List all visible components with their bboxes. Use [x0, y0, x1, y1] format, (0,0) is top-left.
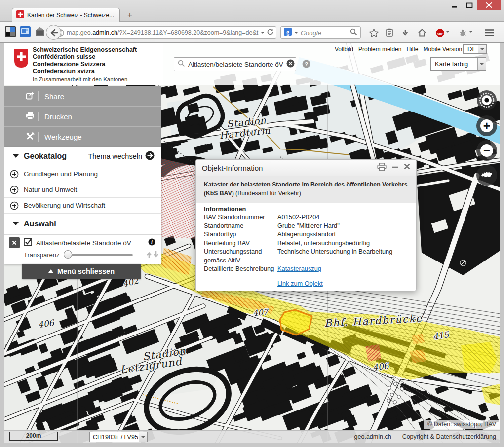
zoom-in-button[interactable]: + — [476, 115, 497, 136]
toolbar-separator — [477, 26, 477, 39]
remove-layer-button[interactable] — [9, 237, 20, 248]
pinned-tab-2[interactable] — [20, 26, 32, 38]
extension-icon[interactable] — [456, 26, 469, 39]
map-attribution[interactable]: © Daten: swisstopo, BAV — [424, 420, 500, 429]
link-problem-melden[interactable]: Problem melden — [358, 46, 401, 53]
new-tab-button[interactable]: + — [123, 10, 136, 21]
collapse-triangle-icon — [13, 154, 19, 161]
search-go-icon[interactable] — [350, 28, 357, 37]
info-row: Standorttyp Ablagerungsstandort — [204, 230, 408, 239]
dialog-subtitle-normal: (Bundesamt für Verkehr) — [235, 190, 301, 197]
layer-search-input[interactable]: Altlasten/belastete Standorte öV — [174, 57, 296, 71]
object-information-dialog: Objekt-Information Kataster der belastet… — [195, 159, 417, 291]
dialog-close-button[interactable] — [404, 163, 410, 173]
plus-circle-icon — [10, 201, 19, 210]
header-links: Vollbild Problem melden Hilfe Mobile Ver… — [335, 46, 462, 53]
home-icon[interactable] — [416, 26, 428, 39]
bookmarks-panel-icon[interactable] — [383, 26, 396, 39]
window-close-button[interactable] — [477, 0, 501, 10]
map-style-value: Karte farbig — [431, 60, 477, 68]
back-button[interactable] — [46, 25, 61, 40]
help-button[interactable]: ? — [302, 60, 310, 70]
sidebar-menu: Share Drucken Werkzeuge — [4, 86, 161, 147]
dialog-header[interactable]: Objekt-Information — [196, 160, 416, 176]
catalog-item-natur[interactable]: Natur und Umwelt — [4, 182, 161, 198]
extension-dropdown-icon[interactable] — [469, 33, 473, 41]
print-label: Drucken — [44, 112, 72, 121]
window-minimize-button[interactable] — [447, 0, 462, 10]
catalog-item-label: Bevölkerung und Wirtschaft — [24, 202, 105, 209]
pinned-tab-1[interactable] — [5, 26, 17, 38]
link-mobile-version[interactable]: Mobile Version — [423, 46, 462, 53]
dialog-section-title: Informationen — [204, 205, 408, 213]
projection-select[interactable]: CH1903+ / LV95 — [89, 432, 148, 442]
map-label: 407 — [252, 307, 269, 318]
auswahl-header[interactable]: Auswahl — [4, 214, 161, 234]
menu-close-button[interactable]: Menü schliessen — [22, 264, 141, 279]
bookmark-star-icon[interactable] — [367, 26, 380, 39]
geokatalog-header[interactable]: Geokatalog Thema wechseln — [4, 147, 161, 166]
scale-bar: 200m — [9, 432, 58, 441]
svg-text:ABP: ABP — [436, 31, 443, 35]
info-row: Standortname Grube "Mittlerer Hard" — [204, 222, 408, 230]
browser-tab[interactable]: Karten der Schweiz - Schweize... — [12, 8, 120, 22]
clear-search-button[interactable] — [286, 59, 295, 70]
layer-reorder-buttons[interactable] — [146, 251, 160, 259]
switzerland-extent-button[interactable] — [476, 165, 497, 186]
dialog-minimize-button[interactable] — [392, 163, 398, 173]
scale-label: 200m — [10, 432, 57, 439]
adblock-plus-icon[interactable]: ABP — [433, 26, 446, 39]
url-bar[interactable]: map.geo.admin.ch/?X=249138.11&Y=680698.2… — [53, 26, 276, 39]
window-maximize-button[interactable] — [462, 0, 477, 10]
pinned-tab-3[interactable] — [35, 26, 47, 38]
dialog-title: Objekt-Information — [202, 164, 377, 172]
footer-links: geo.admin.ch Copyright & Datenschutzerkl… — [354, 433, 496, 440]
menu-hamburger-icon[interactable] — [483, 26, 496, 39]
catalog-item-grundlagen[interactable]: Grundlagen und Planung — [4, 166, 161, 182]
logo-line: Confederaziun svizra — [33, 68, 137, 74]
language-select[interactable]: DE — [463, 44, 487, 54]
google-search-engine-icon: g — [284, 28, 292, 37]
catalog-item-bevoelkerung[interactable]: Bevölkerung und Wirtschaft — [4, 198, 161, 214]
link-vollbild[interactable]: Vollbild — [335, 46, 353, 53]
map-style-select[interactable]: Karte farbig — [430, 57, 486, 71]
share-label: Share — [44, 92, 64, 101]
browser-search-box[interactable]: g Google — [280, 26, 361, 39]
geolocate-button[interactable] — [476, 90, 497, 112]
reload-icon[interactable] — [267, 28, 274, 37]
collapse-up-icon — [48, 267, 53, 273]
layer-checkbox[interactable] — [24, 238, 32, 248]
zoom-out-button[interactable]: − — [476, 140, 497, 161]
katasterauszug-link[interactable]: Katasterauszug — [277, 265, 321, 272]
search-placeholder: Google — [301, 29, 348, 37]
link-hilfe[interactable]: Hilfe — [406, 46, 418, 53]
search-icon — [178, 60, 185, 69]
layer-info-button[interactable]: i — [148, 238, 155, 248]
printer-icon — [24, 112, 36, 121]
share-button[interactable]: Share — [4, 86, 161, 107]
info-value: Technische Untersuchung in Bearbeitung — [277, 247, 408, 264]
print-button[interactable]: Drucken — [4, 107, 161, 127]
info-label: Detaillierte Beschreibung — [204, 264, 277, 273]
search-engine-dropdown-icon[interactable] — [294, 32, 298, 36]
url-dropdown-icon[interactable] — [261, 32, 265, 36]
downloads-icon[interactable] — [399, 26, 412, 39]
chevron-down-icon — [139, 432, 147, 442]
info-label: Beurteilung BAV — [204, 239, 277, 248]
plus-circle-icon — [10, 186, 19, 194]
adblock-dropdown-icon[interactable] — [446, 33, 450, 41]
copyright-link[interactable]: Copyright & Datenschutzerklärung — [402, 433, 496, 440]
share-icon — [24, 92, 36, 101]
transparency-label: Transparenz — [24, 251, 60, 259]
geoadmin-link[interactable]: geo.admin.ch — [354, 433, 391, 440]
slider-knob[interactable] — [64, 250, 72, 259]
transparency-slider[interactable] — [65, 254, 133, 256]
info-row: Beurteilung BAV Belastet, untersuchungsb… — [204, 239, 408, 248]
dialog-print-button[interactable] — [377, 163, 387, 173]
object-link[interactable]: Link zum Objekt — [277, 280, 323, 287]
svg-text:g: g — [286, 29, 289, 36]
svg-text:?: ? — [305, 61, 308, 67]
thema-wechseln-link[interactable]: Thema wechseln — [88, 151, 155, 162]
info-row: Detaillierte Beschreibung Katasterauszug — [204, 264, 408, 273]
tools-button[interactable]: Werkzeuge — [4, 127, 161, 147]
